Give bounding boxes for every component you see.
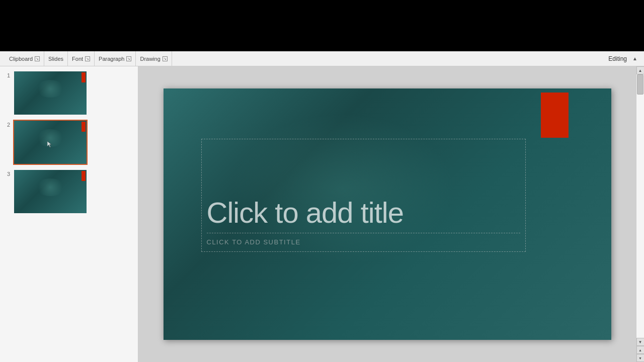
slide-thumbnail-3[interactable]	[13, 169, 88, 214]
slide-thumb-inner-1	[14, 71, 87, 115]
scroll-down-button[interactable]: ▼	[636, 338, 645, 346]
top-black-bar	[0, 0, 644, 51]
subtitle-area[interactable]: CLICK TO ADD SUBTITLE	[207, 233, 520, 246]
slide-red-accent-1	[82, 72, 86, 82]
slide-thumb-inner-2	[14, 121, 87, 164]
clipboard-expand-icon[interactable]: ↘	[35, 56, 40, 61]
slide-number-3: 3	[3, 169, 10, 177]
canvas-area: Click to add title CLICK TO ADD SUBTITLE	[138, 66, 636, 362]
slide-red-accent-3	[82, 171, 86, 181]
ribbon-group-slides: Slides	[44, 51, 68, 66]
ribbon-collapse-button[interactable]: ▲	[631, 55, 639, 63]
slide-item-1[interactable]: 1	[3, 70, 135, 116]
slide-thumb-inner-3	[14, 170, 87, 213]
drawing-expand-icon[interactable]: ↘	[163, 56, 168, 61]
scrollbar-track[interactable]	[636, 74, 644, 338]
title-placeholder-text[interactable]: Click to add title	[207, 192, 520, 229]
slide-item-2[interactable]: 2	[3, 120, 135, 165]
subtitle-placeholder-text[interactable]: CLICK TO ADD SUBTITLE	[207, 238, 301, 246]
svg-marker-0	[47, 141, 51, 147]
paragraph-expand-icon[interactable]: ↘	[126, 56, 131, 61]
scrollbar-thumb[interactable]	[637, 74, 643, 95]
zoom-out-button[interactable]: ▼	[636, 354, 645, 362]
clipboard-label: Clipboard	[9, 56, 33, 62]
zoom-fit-button[interactable]: ▲	[636, 346, 645, 354]
slide-red-accent-2	[82, 122, 86, 132]
slide-number-1: 1	[3, 70, 10, 78]
canvas-red-block	[541, 93, 569, 138]
right-scrollbar: ▲ ▼ ▲ ▼	[636, 66, 644, 362]
ribbon-group-font: Font ↘	[68, 51, 95, 66]
editing-mode-label: Editing	[608, 55, 631, 62]
paragraph-label: Paragraph	[99, 56, 124, 62]
ribbon-group-drawing: Drawing ↘	[136, 51, 172, 66]
cursor-indicator	[47, 140, 51, 146]
scroll-up-button[interactable]: ▲	[636, 66, 645, 74]
slide-panel: 1 2	[0, 66, 138, 362]
drawing-label: Drawing	[140, 56, 160, 62]
slide-canvas[interactable]: Click to add title CLICK TO ADD SUBTITLE	[164, 88, 611, 340]
slides-label: Slides	[48, 56, 63, 62]
font-expand-icon[interactable]: ↘	[85, 56, 90, 61]
slide-thumbnail-1[interactable]	[13, 70, 88, 116]
main-area: 1 2	[0, 66, 644, 362]
ribbon-group-paragraph: Paragraph ↘	[95, 51, 136, 66]
ribbon-group-clipboard: Clipboard ↘	[5, 51, 44, 66]
ribbon-bar: Clipboard ↘ Slides Font ↘ Paragraph ↘ Dr…	[0, 51, 644, 66]
slide-number-2: 2	[3, 120, 10, 128]
font-label: Font	[72, 56, 83, 62]
slide-item-3[interactable]: 3	[3, 169, 135, 214]
title-placeholder-area[interactable]: Click to add title CLICK TO ADD SUBTITLE	[201, 139, 526, 252]
slide-thumbnail-2[interactable]	[13, 120, 88, 165]
